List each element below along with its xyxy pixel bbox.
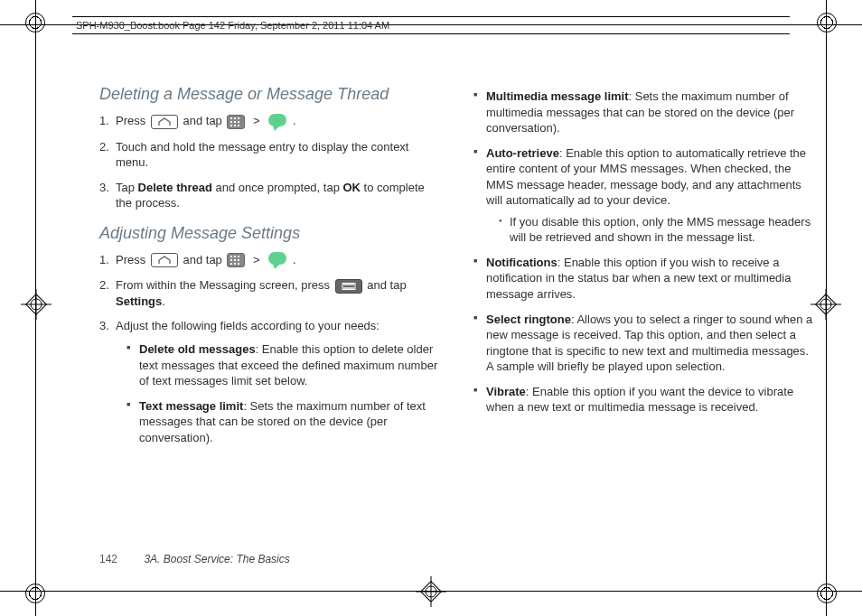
bold-term: OK (343, 181, 361, 194)
list-item: Delete old messages: Enable this option … (126, 341, 443, 389)
list-item: Select ringtone: Allows you to select a … (473, 312, 817, 375)
heading-deleting: Deleting a Message or Message Thread (99, 85, 443, 104)
body-text: Touch and hold the message entry to disp… (116, 140, 408, 170)
svg-rect-25 (234, 259, 236, 261)
svg-rect-27 (230, 263, 232, 265)
bold-term: Settings (116, 294, 162, 308)
page-footer: 142 3A. Boost Service: The Basics (99, 553, 290, 565)
svg-rect-14 (238, 117, 239, 119)
bold-term: Select ringtone (486, 313, 571, 326)
step-number: 3. (99, 180, 109, 196)
body-text: : Enable this option if you want the dev… (486, 385, 793, 415)
svg-rect-13 (234, 117, 236, 119)
svg-rect-12 (230, 117, 232, 119)
body-text: If you disable this option, only the MMS… (510, 215, 810, 245)
svg-rect-29 (238, 263, 239, 265)
bold-term: Auto-retrieve (486, 146, 559, 160)
step-number: 2. (99, 277, 109, 294)
list-item: If you disable this option, only the MMS… (499, 214, 817, 246)
crop-corner-icon (817, 583, 837, 603)
page-content: Deleting a Message or Message Thread 1. … (99, 81, 817, 544)
header-text: SPH-M930_Boost.book Page 142 Friday, Sep… (76, 20, 389, 31)
list-item: 1. Press and tap > . (99, 252, 443, 269)
body-text: . (293, 114, 296, 127)
column-left: Deleting a Message or Message Thread 1. … (99, 81, 443, 454)
svg-rect-17 (238, 121, 239, 123)
body-text: and tap (183, 114, 225, 127)
home-key-icon (151, 115, 178, 129)
svg-rect-19 (234, 125, 236, 126)
svg-rect-22 (234, 256, 236, 257)
bold-term: Text message limit (139, 399, 243, 413)
list-item: Multimedia message limit: Sets the maxim… (473, 89, 817, 136)
messaging-icon (267, 114, 287, 130)
list-item: 2. Touch and hold the message entry to d… (99, 139, 443, 171)
list-item: 1. Press and tap > . (99, 113, 443, 130)
body-text: Press (116, 253, 149, 266)
svg-rect-18 (230, 125, 232, 126)
book-header: SPH-M930_Boost.book Page 142 Friday, Sep… (72, 16, 790, 34)
svg-rect-24 (230, 259, 232, 261)
bold-term: Multimedia message limit (486, 89, 629, 103)
svg-rect-26 (238, 259, 239, 261)
body-text: and tap (183, 253, 225, 266)
step-number: 2. (99, 139, 109, 155)
chevron-text: > (253, 253, 260, 266)
body-text: Tap (116, 181, 138, 194)
svg-rect-20 (238, 125, 239, 126)
apps-key-icon (227, 115, 245, 129)
chevron-text: > (253, 114, 260, 127)
list-item: Notifications: Enable this option if you… (473, 255, 817, 303)
page-number: 142 (99, 553, 117, 565)
menu-key-icon (335, 279, 362, 294)
body-text: and once prompted, tap (212, 181, 343, 194)
body-text: and tap (367, 278, 406, 292)
body-text: . (293, 253, 296, 266)
svg-rect-28 (234, 263, 236, 265)
body-text: From within the Messaging screen, press (116, 278, 333, 292)
body-text: . (162, 294, 165, 308)
bold-term: Notifications (486, 256, 557, 269)
list-item: Vibrate: Enable this option if you want … (473, 384, 817, 415)
step-number: 3. (99, 318, 109, 334)
body-text: Press (116, 114, 149, 127)
list-item: 2. From within the Messaging screen, pre… (99, 277, 443, 309)
messaging-icon (267, 252, 287, 268)
list-item: Auto-retrieve: Enable this option to aut… (473, 145, 817, 246)
column-right: Multimedia message limit: Sets the maxim… (473, 81, 817, 454)
footer-section: 3A. Boost Service: The Basics (144, 553, 289, 565)
svg-rect-15 (230, 121, 232, 123)
home-key-icon (151, 253, 178, 267)
list-item: 3. Adjust the following fields according… (99, 318, 443, 445)
bold-term: Delete old messages (139, 342, 256, 356)
list-item: 3. Tap Delete thread and once prompted, … (99, 180, 443, 211)
svg-rect-16 (234, 121, 236, 123)
heading-adjusting: Adjusting Message Settings (99, 224, 443, 243)
apps-key-icon (227, 253, 245, 267)
bold-term: Vibrate (486, 385, 526, 398)
list-item: Text message limit: Sets the maximum num… (126, 398, 443, 446)
svg-rect-21 (230, 256, 232, 257)
step-number: 1. (99, 113, 109, 129)
svg-rect-23 (238, 256, 239, 257)
bold-term: Delete thread (138, 181, 212, 194)
step-number: 1. (99, 252, 109, 268)
crop-target-icon (416, 576, 446, 607)
body-text: Adjust the following fields according to… (116, 319, 379, 332)
crop-target-icon (21, 289, 52, 320)
crop-corner-icon (817, 13, 837, 33)
